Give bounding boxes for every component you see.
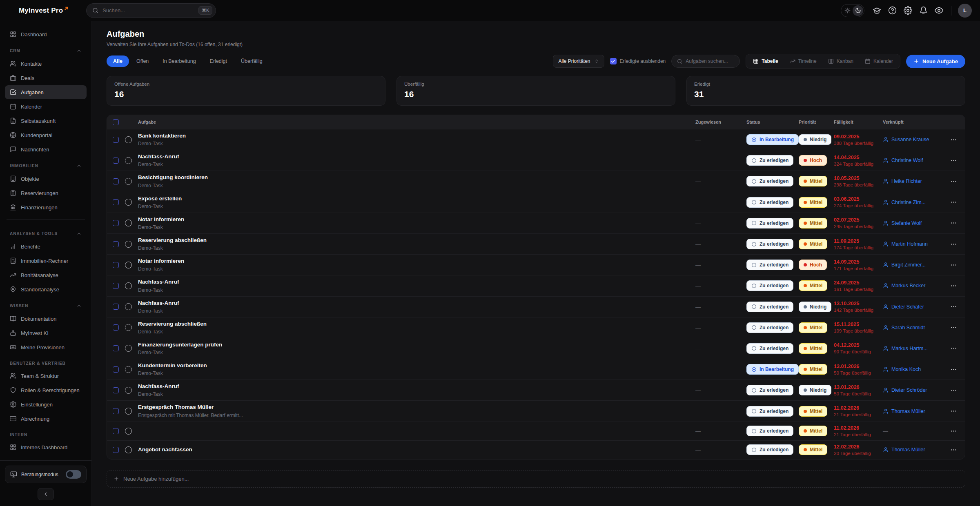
row-checkbox[interactable] <box>113 220 119 226</box>
sidebar-item-abrechnung[interactable]: Abrechnung <box>5 412 87 426</box>
task-search-input[interactable] <box>686 58 734 64</box>
table-row[interactable]: Notar informieren Demo-Task — Zu erledig… <box>107 213 965 233</box>
table-row[interactable]: Angebot nachfassen — Zu erledigen Mittel… <box>107 440 965 459</box>
row-checkbox[interactable] <box>113 447 119 453</box>
column-header-assigned[interactable]: Zugewiesen <box>695 120 746 124</box>
status-badge[interactable]: Zu erledigen <box>746 239 793 249</box>
row-actions-button[interactable] <box>948 281 959 291</box>
column-header-priority[interactable]: Priorität <box>799 120 834 124</box>
status-badge[interactable]: Zu erledigen <box>746 197 793 208</box>
row-actions-button[interactable] <box>948 198 959 207</box>
view-kalender[interactable]: Kalender <box>859 55 899 67</box>
priority-badge[interactable]: Mittel <box>799 218 827 229</box>
sidebar-item-rollen-berechtigungen[interactable]: Rollen & Berechtigungen <box>5 383 87 397</box>
table-row[interactable]: Nachfass-Anruf Demo-Task — Zu erledigen … <box>107 275 965 296</box>
row-checkbox[interactable] <box>113 304 119 310</box>
status-badge[interactable]: Zu erledigen <box>746 155 793 166</box>
priority-badge[interactable]: Mittel <box>799 239 827 249</box>
linked-contact[interactable]: Monika Koch <box>883 366 943 372</box>
row-actions-button[interactable] <box>948 344 959 353</box>
status-badge[interactable]: In Bearbeitung <box>746 364 799 375</box>
complete-task-circle[interactable] <box>125 136 132 143</box>
row-checkbox[interactable] <box>113 158 119 164</box>
sidebar-section-analysen-tools[interactable]: ANALYSEN & TOOLS <box>5 224 87 239</box>
linked-contact[interactable]: Markus Becker <box>883 283 943 289</box>
column-header-status[interactable]: Status <box>746 120 799 124</box>
hide-done-checkbox-row[interactable]: Erledigte ausblenden <box>610 58 666 64</box>
sidebar-item-berichte[interactable]: Berichte <box>5 240 87 253</box>
sidebar-item-dashboard[interactable]: Dashboard <box>5 27 87 41</box>
eye-button[interactable] <box>931 3 946 18</box>
moon-theme-segment[interactable] <box>853 5 863 16</box>
global-search-input[interactable] <box>102 7 194 13</box>
sidebar-item-team-struktur[interactable]: Team & Struktur <box>5 369 87 383</box>
priority-badge[interactable]: Niedrig <box>799 134 831 145</box>
status-badge[interactable]: Zu erledigen <box>746 406 793 417</box>
sidebar-item-internes-dashboard[interactable]: Internes Dashboard <box>5 440 87 454</box>
sidebar-section-benutzer-vertrieb[interactable]: BENUTZER & VERTRIEB <box>5 355 87 368</box>
linked-contact[interactable]: Heike Richter <box>883 178 943 184</box>
filter-tab-alle[interactable]: Alle <box>107 55 129 67</box>
view-timeline[interactable]: Timeline <box>784 55 822 67</box>
row-actions-button[interactable] <box>948 445 959 455</box>
row-actions-button[interactable] <box>948 302 959 312</box>
priority-badge[interactable]: Hoch <box>799 260 827 270</box>
sidebar-item-dokumentation[interactable]: Dokumentation <box>5 312 87 326</box>
status-badge[interactable]: Zu erledigen <box>746 343 793 354</box>
priority-badge[interactable]: Mittel <box>799 322 827 333</box>
sidebar-item-nachrichten[interactable]: Nachrichten <box>5 142 87 156</box>
row-actions-button[interactable] <box>948 385 959 395</box>
row-checkbox[interactable] <box>113 408 119 414</box>
priority-filter-select[interactable]: Alle Prioritäten <box>553 55 604 68</box>
complete-task-circle[interactable] <box>125 199 132 206</box>
column-header-task[interactable]: Aufgabe <box>138 120 695 124</box>
status-badge[interactable]: Zu erledigen <box>746 426 793 436</box>
table-row[interactable]: Nachfass-Anruf Demo-Task — Zu erledigen … <box>107 150 965 171</box>
complete-task-circle[interactable] <box>125 428 132 435</box>
table-row[interactable]: Nachfass-Anruf Demo-Task — Zu erledigen … <box>107 380 965 400</box>
sidebar-collapse-button[interactable] <box>38 488 54 500</box>
row-checkbox[interactable] <box>113 241 119 247</box>
sidebar-section-crm[interactable]: CRM <box>5 42 87 56</box>
status-badge[interactable]: Zu erledigen <box>746 302 793 312</box>
sidebar-item-deals[interactable]: Deals <box>5 71 87 85</box>
table-row[interactable]: Erstgespräch Thomas Müller Erstgespräch … <box>107 400 965 421</box>
sidebar-section-intern[interactable]: INTERN <box>5 426 87 440</box>
select-all-checkbox[interactable] <box>113 119 119 125</box>
linked-contact[interactable]: Sarah Schmidt <box>883 325 943 331</box>
complete-task-circle[interactable] <box>125 241 132 248</box>
sidebar-item-bonitätsanalyse[interactable]: Bonitätsanalyse <box>5 268 87 282</box>
status-badge[interactable]: Zu erledigen <box>746 444 793 455</box>
complete-task-circle[interactable] <box>125 282 132 289</box>
settings-button[interactable] <box>900 3 915 18</box>
priority-badge[interactable]: Mittel <box>799 426 827 436</box>
sidebar-item-kundenportal[interactable]: Kundenportal <box>5 128 87 142</box>
table-row[interactable]: Bank kontaktieren Demo-Task — In Bearbei… <box>107 129 965 150</box>
brand-logo[interactable]: MyInvest Pro <box>19 7 69 15</box>
sidebar-item-kontakte[interactable]: Kontakte <box>5 57 87 71</box>
linked-contact[interactable]: Dieter Schröder <box>883 387 943 393</box>
complete-task-circle[interactable] <box>125 262 132 269</box>
view-tabelle[interactable]: Tabelle <box>747 55 784 67</box>
linked-contact[interactable]: Markus Hartm... <box>883 346 943 351</box>
table-row[interactable]: — Zu erledigen Mittel 11.02.2026 21 Tage… <box>107 422 965 440</box>
row-actions-button[interactable] <box>948 260 959 270</box>
row-checkbox[interactable] <box>113 366 119 373</box>
table-row[interactable]: Reservierung abschließen Demo-Task — Zu … <box>107 317 965 338</box>
linked-contact[interactable]: Martin Hofmann <box>883 241 943 247</box>
linked-contact[interactable]: Christine Wolf <box>883 158 943 163</box>
linked-contact[interactable]: Birgit Zimmer... <box>883 262 943 268</box>
row-actions-button[interactable] <box>948 155 959 165</box>
status-badge[interactable]: Zu erledigen <box>746 260 793 270</box>
linked-contact[interactable]: Dieter Schäfer <box>883 304 943 310</box>
complete-task-circle[interactable] <box>125 345 132 352</box>
sidebar-item-kalender[interactable]: Kalender <box>5 100 87 113</box>
priority-badge[interactable]: Mittel <box>799 364 827 375</box>
linked-contact[interactable]: Thomas Müller <box>883 447 943 453</box>
table-row[interactable]: Reservierung abschließen Demo-Task — Zu … <box>107 233 965 254</box>
status-badge[interactable]: Zu erledigen <box>746 280 793 291</box>
task-search[interactable] <box>671 55 740 68</box>
status-badge[interactable]: Zu erledigen <box>746 385 793 395</box>
table-row[interactable]: Besichtigung koordinieren Demo-Task — Zu… <box>107 171 965 191</box>
view-kanban[interactable]: Kanban <box>822 55 859 67</box>
